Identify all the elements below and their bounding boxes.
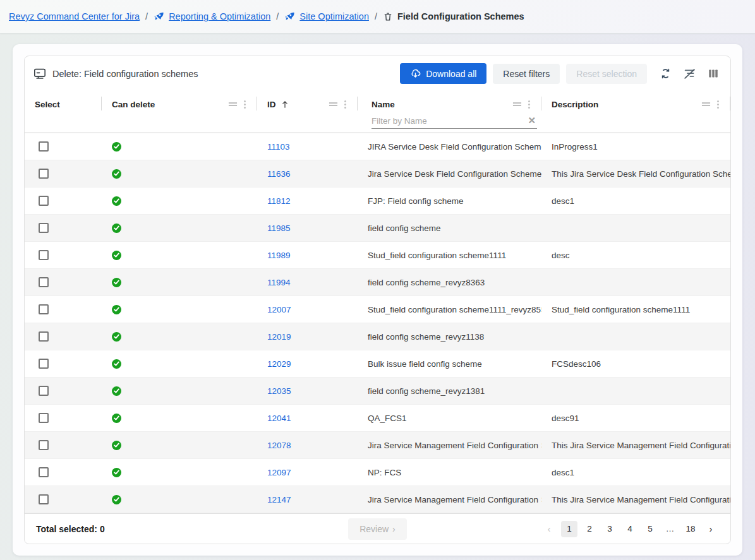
row-description-cell: Stud_field configuration scheme1111 (541, 296, 730, 323)
review-button-label: Review (359, 524, 389, 534)
scheme-id-link[interactable]: 11103 (267, 142, 290, 152)
row-description-cell: FCSdesc106 (541, 350, 730, 377)
reset-filters-button[interactable]: Reset filters (493, 64, 560, 84)
scheme-name: FJP: Field config scheme (368, 196, 464, 206)
pagination-page-1[interactable]: 1 (561, 521, 577, 537)
download-all-button[interactable]: Download all (400, 63, 486, 84)
row-can-delete-cell (102, 405, 257, 431)
row-select-cell (25, 350, 102, 377)
rocket-icon (154, 11, 164, 22)
scheme-id-link[interactable]: 11994 (267, 278, 291, 287)
row-checkbox[interactable] (39, 494, 49, 504)
scheme-description: InProgress1 (552, 142, 598, 152)
row-checkbox[interactable] (39, 250, 49, 260)
row-name-cell: field config scheme_revyz1381 (358, 378, 541, 404)
scheme-id-link[interactable]: 11636 (267, 169, 291, 179)
field-config-schemes-panel: Delete: Field configuration schemes Down… (24, 56, 731, 544)
column-filter-icon[interactable] (701, 101, 711, 107)
column-separator[interactable] (730, 97, 730, 110)
name-filter: ✕ (371, 115, 537, 129)
row-select-cell (25, 486, 102, 513)
trash-icon (383, 11, 393, 22)
row-checkbox[interactable] (39, 277, 49, 287)
table-row: 12007 Stud_field configuration scheme111… (25, 296, 730, 323)
row-can-delete-cell (102, 486, 257, 513)
pagination-next-button[interactable]: › (703, 521, 719, 537)
reset-selection-button[interactable]: Reset selection (566, 64, 647, 84)
pagination-page-18[interactable]: 18 (682, 521, 699, 537)
manage-columns-button[interactable] (706, 67, 720, 80)
column-filter-icon[interactable] (228, 101, 238, 107)
row-can-delete-cell (102, 269, 257, 295)
toolbar-actions: Download all Reset filters Reset selecti… (400, 63, 720, 84)
refresh-button[interactable] (658, 66, 673, 81)
breadcrumb-link-reporting-optimization[interactable]: Reporting & Optimization (169, 11, 270, 21)
row-description-cell: This Jira Service Desk Field Configurati… (541, 160, 730, 187)
column-filter-icon[interactable] (329, 101, 338, 107)
scheme-description: desc (552, 251, 570, 260)
pagination-ellipsis: … (662, 521, 679, 537)
scheme-description: Stud_field configuration scheme1111 (552, 305, 690, 314)
row-checkbox[interactable] (39, 141, 49, 152)
name-filter-input[interactable] (371, 116, 526, 126)
pagination-prev-button[interactable]: ‹ (541, 521, 557, 537)
scheme-id-link[interactable]: 12007 (267, 305, 291, 314)
scheme-id-link[interactable]: 12019 (267, 332, 291, 342)
row-checkbox[interactable] (39, 304, 49, 314)
table-row: 11989 Stud_field configuration scheme111… (25, 242, 730, 269)
breadcrumb-current-page: Field Configuration Schemes (397, 11, 524, 21)
breadcrumb-link-revyz-command-center[interactable]: Revyz Command Center for Jira (9, 11, 140, 21)
row-checkbox[interactable] (39, 169, 49, 179)
pagination-page-4[interactable]: 4 (622, 521, 638, 537)
scheme-id-link[interactable]: 12147 (267, 495, 291, 504)
scheme-id-link[interactable]: 11985 (267, 223, 291, 233)
row-name-cell: JIRA Service Desk Field Configuration Sc… (358, 133, 541, 160)
column-menu-icon[interactable] (344, 100, 346, 109)
clear-filters-button[interactable] (682, 66, 698, 81)
row-description-cell (541, 269, 730, 295)
row-checkbox[interactable] (39, 386, 49, 396)
row-name-cell: QA_FCS1 (358, 405, 541, 431)
table-title-label: Delete: Field configuration schemes (52, 69, 198, 79)
row-select-cell (25, 133, 102, 160)
review-button[interactable]: Review › (348, 518, 407, 540)
pagination: ‹12345…18› (407, 521, 719, 537)
row-id-cell: 12007 (257, 296, 358, 323)
scheme-id-link[interactable]: 12041 (267, 414, 291, 423)
clear-filter-icon[interactable]: ✕ (526, 115, 537, 126)
row-checkbox[interactable] (39, 196, 49, 206)
scheme-name: field config scheme_revyz8363 (368, 278, 485, 287)
pagination-page-2[interactable]: 2 (581, 521, 598, 537)
row-id-cell: 12029 (257, 350, 358, 377)
scheme-id-link[interactable]: 12035 (267, 386, 291, 396)
row-checkbox[interactable] (39, 413, 49, 423)
can-delete-check-icon (112, 196, 121, 206)
scheme-id-link[interactable]: 12078 (267, 441, 291, 450)
sort-ascending-icon[interactable] (281, 100, 289, 109)
row-id-cell: 12097 (257, 459, 358, 486)
breadcrumb-link-site-optimization[interactable]: Site Optimization (299, 11, 369, 21)
row-checkbox[interactable] (39, 331, 49, 342)
row-select-cell (25, 269, 102, 295)
row-checkbox[interactable] (39, 223, 49, 233)
column-label-select: Select (35, 100, 60, 109)
row-checkbox[interactable] (39, 359, 49, 369)
pagination-page-3[interactable]: 3 (601, 521, 618, 537)
column-menu-icon[interactable] (717, 100, 719, 109)
pagination-page-5[interactable]: 5 (642, 521, 658, 537)
column-menu-icon[interactable] (528, 100, 530, 109)
table-row: 11636 Jira Service Desk Field Configurat… (25, 160, 730, 188)
scheme-description: desc91 (552, 414, 579, 423)
column-filter-icon[interactable] (512, 101, 522, 107)
table-row: 12035 field config scheme_revyz1381 (25, 378, 730, 405)
scheme-id-link[interactable]: 12029 (267, 359, 291, 369)
column-menu-icon[interactable] (244, 100, 246, 109)
scheme-id-link[interactable]: 11989 (267, 251, 291, 260)
row-checkbox[interactable] (39, 440, 49, 450)
row-name-cell: Jira Service Management Field Configurat… (358, 432, 541, 458)
scheme-description: desc1 (552, 196, 574, 206)
data-grid: Select Can delete (25, 91, 730, 544)
scheme-id-link[interactable]: 12097 (267, 468, 291, 477)
scheme-id-link[interactable]: 11812 (267, 196, 291, 206)
row-checkbox[interactable] (39, 467, 49, 477)
